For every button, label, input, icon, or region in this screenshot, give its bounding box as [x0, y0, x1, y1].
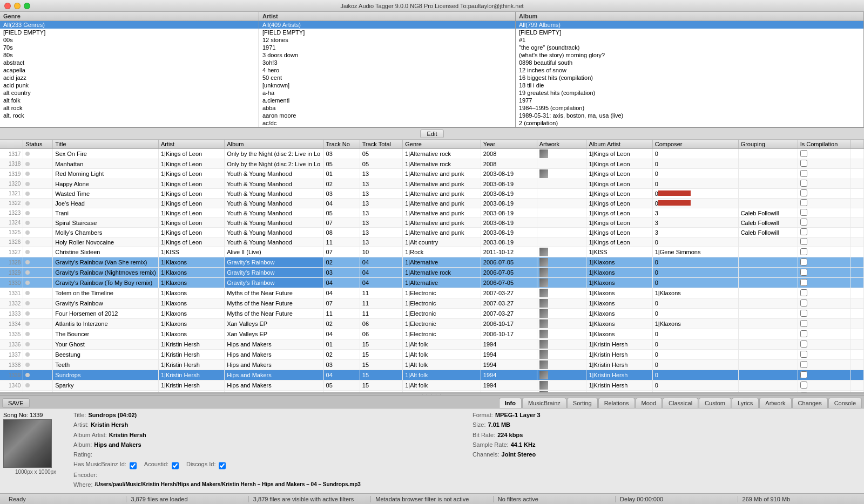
- list-item[interactable]: 19 greatest hits (compilation): [516, 89, 863, 97]
- col-composer[interactable]: Composer: [652, 140, 738, 149]
- list-item[interactable]: 1971: [259, 44, 515, 51]
- genre-list[interactable]: [FIELD EMPTY]00s70s80sabstractacapellaac…: [0, 29, 259, 127]
- col-album[interactable]: Album: [225, 140, 323, 149]
- col-title[interactable]: Title: [53, 140, 159, 149]
- table-row[interactable]: 1338Teeth1|Kristin HershHips and Makers0…: [0, 360, 864, 370]
- list-item[interactable]: 12 stones: [259, 36, 515, 44]
- tab-sorting[interactable]: Sorting: [567, 398, 598, 408]
- list-item[interactable]: a.clementi: [259, 97, 515, 104]
- table-row[interactable]: 1328Gravity's Rainbow (Van She remix)1|K…: [0, 257, 864, 268]
- list-item[interactable]: acapella: [0, 66, 259, 74]
- col-year[interactable]: Year: [481, 140, 537, 149]
- table-row[interactable]: 1332Gravity's Rainbow1|KlaxonsMyths of t…: [0, 298, 864, 309]
- table-row[interactable]: 1337Beestung1|Kristin HershHips and Make…: [0, 350, 864, 360]
- table-row[interactable]: 1326Holy Roller Novocaine1|Kings of Leon…: [0, 237, 864, 247]
- list-item[interactable]: 4 hero: [259, 66, 515, 74]
- table-row[interactable]: 1336Your Ghost1|Kristin HershHips and Ma…: [0, 339, 864, 350]
- col-grouping[interactable]: Grouping: [738, 140, 798, 149]
- table-row[interactable]: 1327Christine Sixteen1|KISSAlive II (Liv…: [0, 247, 864, 257]
- tab-mood[interactable]: Mood: [636, 398, 663, 408]
- list-item[interactable]: 3oh!3: [259, 59, 515, 66]
- list-item[interactable]: ac/dc: [259, 119, 515, 127]
- col-album-artist[interactable]: Album Artist: [586, 140, 652, 149]
- col-is-compilation[interactable]: Is Compilation: [798, 140, 850, 149]
- list-item[interactable]: abba: [259, 104, 515, 112]
- table-row[interactable]: 1335The Bouncer1|KlaxonsXan Valleys EP04…: [0, 329, 864, 339]
- table-row[interactable]: 1318Manhattan1|Kings of LeonOnly by the …: [0, 159, 864, 169]
- list-item[interactable]: 70s: [0, 44, 259, 51]
- tab-musicbrainz[interactable]: MusicBrainz: [522, 398, 566, 408]
- list-item[interactable]: (what's the story) morning glory?: [516, 51, 863, 59]
- track-table-container[interactable]: Status Title Artist Album Track No Track…: [0, 140, 864, 393]
- col-trackno[interactable]: Track No: [323, 140, 360, 149]
- col-tracktotal[interactable]: Track Total: [360, 140, 402, 149]
- table-row[interactable]: 1321Wasted Time1|Kings of LeonYouth & Yo…: [0, 189, 864, 199]
- album-list[interactable]: [FIELD EMPTY]#1"the ogre" (soundtrack)(w…: [516, 29, 863, 127]
- acoustid-checkbox[interactable]: [172, 461, 179, 470]
- album-selected[interactable]: All(799 Albums): [516, 21, 863, 29]
- list-item[interactable]: 2 (compilation): [516, 119, 863, 127]
- list-item[interactable]: acid jazz: [0, 74, 259, 81]
- list-item[interactable]: 00s: [0, 36, 259, 44]
- maximize-button[interactable]: [24, 3, 30, 9]
- table-row[interactable]: 1329Gravity's Rainbow (Nightmoves remix)…: [0, 268, 864, 278]
- edit-button[interactable]: Edit: [420, 130, 444, 138]
- list-item[interactable]: alt country: [0, 89, 259, 97]
- col-genre[interactable]: Genre: [403, 140, 481, 149]
- list-item[interactable]: abstract: [0, 59, 259, 66]
- artist-selected[interactable]: All(409 Artists): [259, 21, 515, 29]
- table-row[interactable]: 1324Spiral Staircase1|Kings of LeonYouth…: [0, 218, 864, 228]
- table-row[interactable]: 1323Trani1|Kings of LeonYouth & Young Ma…: [0, 208, 864, 218]
- tab-artwork[interactable]: Artwork: [759, 398, 791, 408]
- list-item[interactable]: acid punk: [0, 81, 259, 89]
- list-item[interactable]: 16 biggest hits (compilation): [516, 74, 863, 81]
- list-item[interactable]: a-ha: [259, 89, 515, 97]
- table-row[interactable]: 1331Totem on the Timeline1|KlaxonsMyths …: [0, 288, 864, 298]
- close-button[interactable]: [4, 3, 11, 9]
- list-item[interactable]: 1989-05-31: axis, boston, ma, usa (live): [516, 112, 863, 119]
- list-item[interactable]: 50 cent: [259, 74, 515, 81]
- tab-info[interactable]: Info: [499, 398, 522, 408]
- window-controls[interactable]: [4, 3, 30, 9]
- save-button[interactable]: SAVE: [2, 398, 30, 408]
- list-item[interactable]: alt. rock: [0, 112, 259, 119]
- table-row[interactable]: 1322Joe's Head1|Kings of LeonYouth & You…: [0, 199, 864, 208]
- artist-list[interactable]: [FIELD EMPTY]12 stones19713 doors down3o…: [259, 29, 515, 127]
- track-list[interactable]: 1317Sex On Fire1|Kings of LeonOnly by th…: [0, 149, 864, 393]
- genre-selected[interactable]: All(233 Genres): [0, 21, 259, 29]
- tab-changes[interactable]: Changes: [792, 398, 828, 408]
- list-item[interactable]: 3 doors down: [259, 51, 515, 59]
- table-row[interactable]: 1320Happy Alone1|Kings of LeonYouth & Yo…: [0, 179, 864, 189]
- list-item[interactable]: 1977: [516, 97, 863, 104]
- list-item[interactable]: alt folk: [0, 97, 259, 104]
- minimize-button[interactable]: [14, 3, 21, 9]
- list-item[interactable]: 12 inches of snow: [516, 66, 863, 74]
- tab-lyrics[interactable]: Lyrics: [732, 398, 759, 408]
- table-row[interactable]: 1333Four Horsemen of 20121|KlaxonsMyths …: [0, 309, 864, 319]
- tab-classical[interactable]: Classical: [663, 398, 698, 408]
- tab-custom[interactable]: Custom: [699, 398, 731, 408]
- list-item[interactable]: "the ogre" (soundtrack): [516, 44, 863, 51]
- tab-relations[interactable]: Relations: [598, 398, 635, 408]
- mbid-checkbox[interactable]: [130, 461, 137, 470]
- col-artwork[interactable]: Artwork: [537, 140, 586, 149]
- table-row[interactable]: 1340Sparky1|Kristin HershHips and Makers…: [0, 380, 864, 391]
- table-row[interactable]: 1334Atlantis to Interzone1|KlaxonsXan Va…: [0, 319, 864, 329]
- list-item[interactable]: 0898 beautiful south: [516, 59, 863, 66]
- discogs-checkbox[interactable]: [219, 461, 226, 470]
- list-item[interactable]: 80s: [0, 51, 259, 59]
- table-row[interactable]: 1339Sundrops1|Kristin HershHips and Make…: [0, 370, 864, 380]
- table-row[interactable]: 1325Molly's Chambers1|Kings of LeonYouth…: [0, 228, 864, 237]
- list-item[interactable]: [FIELD EMPTY]: [516, 29, 863, 36]
- album-art[interactable]: [3, 419, 52, 468]
- list-item[interactable]: aaron moore: [259, 112, 515, 119]
- list-item[interactable]: 18 til i die: [516, 81, 863, 89]
- tab-console[interactable]: Console: [828, 398, 862, 408]
- list-item[interactable]: #1: [516, 36, 863, 44]
- col-artist[interactable]: Artist: [158, 140, 224, 149]
- list-item[interactable]: [unknown]: [259, 81, 515, 89]
- table-row[interactable]: 1317Sex On Fire1|Kings of LeonOnly by th…: [0, 149, 864, 159]
- list-item[interactable]: [FIELD EMPTY]: [0, 29, 259, 36]
- table-row[interactable]: 1330Gravity's Rainbow (To My Boy remix)1…: [0, 278, 864, 288]
- list-item[interactable]: 1984–1995 (compilation): [516, 104, 863, 112]
